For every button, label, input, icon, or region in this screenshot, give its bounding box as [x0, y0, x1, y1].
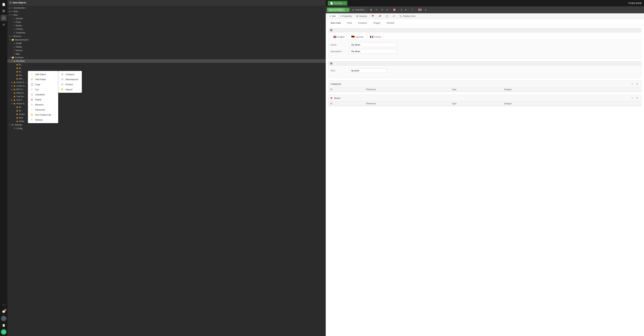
sub-product[interactable]: ⊞ Product	[58, 82, 82, 87]
ctx-add-folder-label: Add Folder	[35, 78, 46, 81]
ctx-refresh[interactable]: ↻ Refresh	[28, 117, 58, 122]
cut-icon: ✂	[30, 88, 34, 91]
ctx-advanced[interactable]: ⋯ Advanced ›	[28, 107, 58, 112]
add-folder-icon: 📁	[30, 78, 34, 81]
category-icon: ⊞	[61, 73, 64, 76]
sub-category-label: Category	[66, 73, 74, 76]
ctx-advanced-label: Advanced	[35, 108, 45, 111]
sub-product-label: Product	[66, 83, 73, 86]
manufacturer-icon: ⊞	[61, 78, 64, 81]
ctx-add-object[interactable]: + Add Object ›	[28, 72, 58, 77]
sub-manufacturer-label: Manufacturer	[66, 78, 78, 81]
delete-icon: 🗑	[30, 98, 34, 101]
ctx-refresh-label: Refresh	[35, 119, 43, 121]
ctx-sort-children-label: Sort Children By	[35, 114, 51, 116]
context-submenu: ⊞ Category ⊞ Manufacturer ⊞ Product 📁 Ha…	[58, 71, 82, 93]
advanced-icon: ⋯	[30, 108, 34, 111]
ctx-add-folder[interactable]: 📁 Add Folder	[28, 77, 58, 82]
copy-icon: 📋	[30, 83, 34, 86]
ctx-unpublish[interactable]: ⊘ Unpublish	[28, 92, 58, 97]
ctx-add-object-label: Add Object	[35, 73, 46, 76]
rename-icon: ✏	[30, 103, 34, 106]
hamari-sub-icon: 📁	[61, 88, 64, 91]
add-object-icon: +	[30, 73, 34, 76]
ctx-rename-label: Rename	[35, 103, 44, 106]
hamari-arrow: ›	[79, 88, 79, 90]
sub-hamari-label: Hamari	[66, 88, 72, 91]
sub-category[interactable]: ⊞ Category	[58, 72, 82, 77]
sub-hamari[interactable]: 📁 Hamari ›	[58, 87, 82, 92]
sort-icon: 📁	[30, 113, 34, 116]
ctx-copy[interactable]: 📋 Copy	[28, 82, 58, 87]
ctx-delete-label: Delete	[35, 98, 42, 101]
ctx-rename[interactable]: ✏ Rename	[28, 102, 58, 107]
refresh-icon: ↻	[30, 118, 34, 121]
unpublish-icon: ⊘	[30, 93, 34, 96]
product-icon: ⊞	[61, 83, 64, 86]
context-menu: + Add Object › 📁 Add Folder 📋 Copy ✂ Cut…	[28, 71, 58, 123]
ctx-copy-label: Copy	[35, 83, 40, 86]
ctx-delete[interactable]: 🗑 Delete	[28, 97, 58, 102]
ctx-sort-children-by[interactable]: 📁 Sort Children By ›	[28, 112, 58, 117]
sort-children-arrow: ›	[55, 114, 56, 116]
sub-manufacturer[interactable]: ⊞ Manufacturer	[58, 77, 82, 82]
ctx-cut-label: Cut	[35, 88, 38, 91]
ctx-unpublish-label: Unpublish	[35, 93, 45, 96]
ctx-cut[interactable]: ✂ Cut	[28, 87, 58, 92]
context-menu-overlay[interactable]	[0, 0, 644, 336]
advanced-arrow: ›	[55, 109, 56, 111]
add-object-arrow: ›	[55, 73, 56, 75]
